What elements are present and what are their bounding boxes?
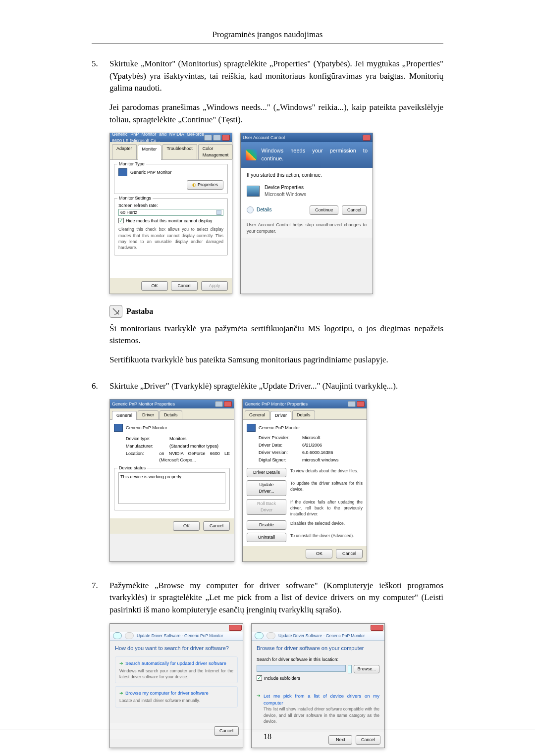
tab-monitor[interactable]: Monitor (138, 145, 161, 160)
hide-modes-label: Hide modes that this monitor cannot disp… (126, 218, 213, 224)
step-6: 6. Skirtuke „Driver" (Tvarkyklė) spragte… (92, 380, 443, 573)
hide-modes-help: Clearing this check box allows you to se… (118, 226, 223, 251)
monitor-name: Generic PnP Monitor (130, 169, 171, 176)
close-icon[interactable] (229, 625, 242, 631)
update-driver-button[interactable]: Update Driver... (247, 480, 286, 496)
monitor-icon (114, 424, 123, 432)
rollback-driver-button: Roll Back Driver (247, 499, 286, 515)
location-label: Location: (126, 451, 155, 463)
location-combobox[interactable] (257, 665, 346, 672)
include-subfolders-checkbox[interactable] (257, 675, 262, 681)
option-let-me-pick-desc: This list will show installed driver sof… (264, 706, 379, 724)
tab-driver[interactable]: Driver (138, 410, 159, 419)
uac-headline: Windows needs your permission to continu… (262, 147, 368, 163)
option-search-auto-desc: Windows will search your computer and th… (119, 668, 233, 680)
page-header: Programinės įrangos naudojimas (92, 30, 443, 44)
option-let-me-pick[interactable]: ➔ Let me pick from a list of device driv… (257, 693, 379, 724)
digital-signer-value: microsoft windows (302, 457, 339, 463)
properties-button[interactable]: ◐Properties (187, 180, 223, 190)
note-text-2: Sertifikuota tvarkyklė bus pateikta Sams… (109, 354, 443, 366)
step-5-number: 5. (92, 58, 103, 373)
arrow-icon: ➔ (257, 693, 261, 724)
minimize-icon[interactable] (204, 135, 212, 141)
step-5-text-2: Jei parodomas pranešimas „Windows needs.… (109, 101, 443, 126)
driver-details-desc: To view details about the driver files. (290, 468, 363, 474)
maximize-icon[interactable] (213, 135, 221, 141)
ok-button[interactable]: OK (141, 281, 168, 291)
device-properties-general: Generic PnP Monitor Properties General D… (109, 399, 234, 561)
wizard-heading: Browse for driver software on your compu… (257, 645, 379, 653)
driver-version-value: 6.0.6000.16386 (302, 450, 333, 456)
device-status-label: Device status (117, 465, 147, 471)
back-icon[interactable] (255, 632, 264, 639)
cancel-button[interactable]: Cancel (336, 549, 363, 558)
close-icon[interactable] (222, 135, 230, 141)
monitor-name: Generic PnP Monitor (259, 425, 300, 431)
monitor-icon (247, 424, 256, 432)
chevron-down-icon[interactable] (348, 665, 352, 673)
uac-footer: User Account Control helps stop unauthor… (241, 219, 373, 238)
disable-button[interactable]: Disable (247, 520, 286, 530)
close-icon[interactable] (363, 135, 371, 141)
device-properties-icon (247, 186, 260, 197)
cancel-button[interactable]: Cancel (171, 281, 198, 291)
driver-date-label: Driver Date: (259, 442, 298, 449)
step-6-text: Skirtuke „Driver" (Tvarkyklė) spragtelėk… (109, 380, 443, 393)
uac-app-name: Device Properties (265, 184, 306, 192)
cancel-button[interactable]: Cancel (342, 205, 367, 215)
driver-provider-label: Driver Provider: (259, 435, 298, 441)
search-location-label: Search for driver software in this locat… (257, 656, 379, 663)
hide-modes-checkbox[interactable] (118, 218, 124, 223)
browse-button[interactable]: Browse... (354, 665, 379, 673)
page-footer: 18 (0, 729, 535, 741)
uac-dialog: User Account Control Windows needs your … (240, 133, 373, 294)
tab-color-management[interactable]: Color Management (198, 144, 233, 159)
refresh-rate-label: Screen refresh rate: (118, 202, 223, 209)
continue-button[interactable]: Continue (310, 205, 338, 215)
monitor-properties-dialog: Generic PnP Monitor and NVIDIA GeForce 6… (109, 133, 232, 294)
device-type-value: Monitors (169, 436, 187, 442)
shield-icon: ◐ (192, 182, 196, 187)
cancel-button[interactable]: Cancel (203, 521, 230, 531)
tab-details[interactable]: Details (160, 410, 182, 419)
tab-details[interactable]: Details (292, 410, 315, 419)
manufacturer-value: (Standard monitor types) (169, 443, 218, 450)
close-icon[interactable] (371, 625, 383, 631)
digital-signer-label: Digital Signer: (259, 457, 298, 463)
device-type-label: Device type: (126, 436, 165, 442)
uac-vendor: Microsoft Windows (265, 191, 306, 199)
help-icon[interactable] (215, 401, 223, 407)
tab-driver[interactable]: Driver (270, 411, 291, 420)
option-browse-desc: Locate and install driver software manua… (119, 698, 233, 704)
tab-general[interactable]: General (112, 411, 137, 420)
ok-button[interactable]: OK (306, 549, 332, 558)
wizard-heading: How do you want to search for driver sof… (115, 645, 238, 653)
driver-details-button[interactable]: Driver Details (247, 468, 286, 477)
uninstall-button[interactable]: Uninstall (247, 533, 286, 542)
driver-date-value: 6/21/2006 (302, 442, 322, 449)
uac-started-text: If you started this action, continue. (247, 172, 367, 179)
chevron-down-icon[interactable] (216, 210, 221, 215)
location-value: on NVIDIA GeForce 6600 LE (Microsoft Cor… (159, 451, 230, 463)
refresh-rate-select[interactable]: 60 Hertz (118, 209, 223, 216)
rollback-driver-desc: If the device fails after updating the d… (290, 499, 363, 517)
note-text-1: Ši monitoriaus tvarkyklė yra pažymėta se… (109, 323, 443, 347)
back-icon[interactable] (113, 632, 122, 639)
option-browse-computer[interactable]: ➔Browse my computer for driver software … (115, 686, 238, 707)
disable-desc: Disables the selected device. (290, 520, 363, 526)
tab-general[interactable]: General (245, 410, 269, 419)
arrow-icon: ➔ (119, 691, 123, 696)
driver-provider-value: Microsoft (302, 435, 321, 441)
option-search-automatically[interactable]: ➔Search automatically for updated driver… (115, 656, 238, 684)
dialog-title: Generic PnP Monitor Properties (112, 401, 175, 407)
help-icon[interactable] (348, 401, 356, 407)
close-icon[interactable] (224, 401, 232, 407)
tab-adapter[interactable]: Adapter (112, 144, 137, 159)
update-driver-desc: To update the driver software for this d… (290, 480, 363, 493)
tab-troubleshoot[interactable]: Troubleshoot (162, 144, 197, 159)
close-icon[interactable] (357, 401, 365, 407)
chevron-down-icon (247, 206, 254, 213)
page-number: 18 (92, 732, 443, 741)
ok-button[interactable]: OK (173, 521, 200, 531)
details-expander[interactable]: Details (247, 206, 272, 214)
